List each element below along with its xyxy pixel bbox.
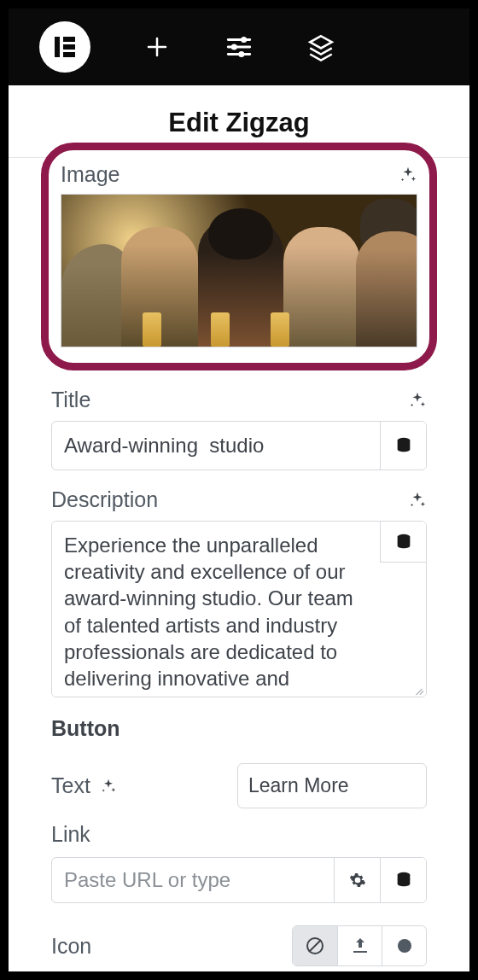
- gear-icon: [349, 872, 366, 889]
- ai-button-image[interactable]: [399, 166, 417, 184]
- svg-rect-0: [55, 37, 60, 57]
- button-text-label: Text: [51, 773, 90, 798]
- plus-icon: [144, 34, 170, 60]
- upload-icon: [350, 936, 370, 956]
- link-dynamic-button[interactable]: [380, 858, 426, 902]
- svg-point-13: [398, 939, 411, 953]
- elementor-logo[interactable]: [39, 21, 90, 73]
- svg-line-12: [309, 940, 321, 952]
- sparkle-icon: [100, 778, 117, 795]
- icon-control: [292, 925, 427, 966]
- image-field-highlight: Image: [41, 143, 437, 370]
- top-toolbar: [9, 9, 469, 85]
- link-options-button[interactable]: [334, 858, 380, 902]
- sliders-icon: [224, 32, 254, 61]
- circle-icon: [394, 936, 415, 956]
- widget-panel: Image: [9, 143, 469, 966]
- link-label: Link: [51, 822, 90, 847]
- title-dynamic-button[interactable]: [380, 422, 426, 470]
- icon-library-option[interactable]: [382, 926, 426, 965]
- database-icon: [394, 871, 413, 890]
- ai-button-title[interactable]: [408, 391, 427, 410]
- preview-photo: [61, 195, 417, 347]
- elementor-icon: [51, 33, 79, 61]
- svg-point-4: [241, 37, 247, 43]
- icon-label: Icon: [51, 934, 91, 959]
- description-group: [51, 521, 427, 697]
- title-input-group: [51, 421, 427, 470]
- svg-point-6: [238, 51, 244, 57]
- database-icon: [394, 436, 413, 455]
- settings-toolbar-button[interactable]: [224, 32, 254, 62]
- sparkle-icon: [399, 166, 417, 184]
- link-input[interactable]: [52, 858, 334, 902]
- button-text-group: [237, 763, 427, 808]
- title-label: Title: [51, 388, 90, 412]
- title-input[interactable]: [52, 422, 380, 470]
- description-label: Description: [51, 487, 158, 512]
- svg-point-5: [231, 44, 237, 50]
- sparkle-icon: [408, 391, 427, 410]
- svg-rect-1: [63, 37, 75, 42]
- svg-rect-2: [63, 44, 75, 50]
- svg-rect-3: [63, 52, 75, 57]
- button-text-input[interactable]: [238, 764, 427, 808]
- ai-button-buttontext[interactable]: [99, 777, 118, 796]
- none-icon: [305, 936, 325, 956]
- database-icon: [394, 533, 413, 551]
- resize-handle[interactable]: [412, 683, 424, 695]
- structure-toolbar-button[interactable]: [306, 32, 336, 62]
- image-preview[interactable]: [61, 194, 417, 347]
- image-label: Image: [61, 162, 120, 187]
- add-element-button[interactable]: [142, 32, 172, 62]
- icon-upload-option[interactable]: [337, 926, 382, 965]
- icon-none-option[interactable]: [293, 926, 337, 965]
- ai-button-description[interactable]: [408, 491, 427, 510]
- layers-icon: [306, 32, 335, 61]
- sparkle-icon: [408, 491, 427, 510]
- button-heading: Button: [51, 716, 120, 741]
- description-dynamic-button[interactable]: [380, 522, 426, 563]
- link-input-group: [51, 857, 427, 903]
- description-textarea[interactable]: [52, 522, 426, 697]
